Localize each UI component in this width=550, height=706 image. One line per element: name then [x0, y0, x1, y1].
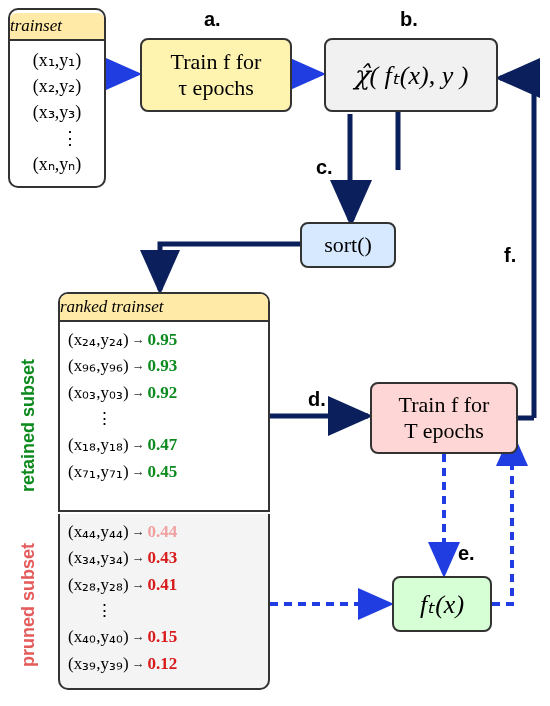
trainset-row: (xₙ,yₙ)	[33, 151, 82, 177]
trainset-row: ⋮	[33, 125, 82, 151]
train-tau-box: Train f for τ epochs	[140, 38, 292, 112]
ranked-row: (x₉₆,y₉₆)→0.93	[68, 353, 260, 379]
step-a-label: a.	[204, 8, 221, 31]
train-tau-line1: Train f for	[171, 49, 262, 74]
arrow-icon: →	[132, 549, 145, 569]
train-tau-line2: τ epochs	[178, 75, 253, 100]
trainset-box: trainset (x₁,y₁) (x₂,y₂) (x₃,y₃) ⋮ (xₙ,y…	[8, 8, 106, 188]
arrow-icon: →	[132, 384, 145, 404]
arrow-icon: →	[132, 523, 145, 543]
train-T-box: Train f for T epochs	[370, 382, 518, 454]
ranked-header: ranked trainset	[60, 294, 268, 322]
ranked-row: (x₄₀,y₄₀)→0.15	[68, 624, 260, 650]
ranked-row: (x₁₈,y₁₈)→0.47	[68, 432, 260, 458]
ranked-retained-box: ranked trainset (x₂₄,y₂₄)→0.95 (x₉₆,y₉₆)…	[58, 292, 270, 512]
arrow-icon: →	[132, 655, 145, 675]
step-f-label: f.	[504, 244, 516, 267]
trainset-row: (x₃,y₃)	[33, 99, 82, 125]
ranked-row-dots: ⋮	[68, 406, 260, 432]
arrow-icon: →	[132, 628, 145, 648]
arrow-icon: →	[132, 357, 145, 377]
step-d-label: d.	[308, 388, 326, 411]
arrow-icon: →	[132, 331, 145, 351]
trainset-row: (x₁,y₁)	[33, 47, 82, 73]
arrow-icon: →	[132, 436, 145, 456]
ft-box: fₜ(x)	[392, 576, 492, 632]
arrow-icon: →	[132, 463, 145, 483]
trainset-row: (x₂,y₂)	[33, 73, 82, 99]
ranked-row: (x₂₈,y₂₈)→0.41	[68, 572, 260, 598]
ranked-row: (x₃₄,y₃₄)→0.43	[68, 545, 260, 571]
arrow-icon: →	[132, 576, 145, 596]
step-e-label: e.	[458, 542, 475, 565]
train-T-line2: T epochs	[404, 418, 484, 443]
ranked-row: (x₃₉,y₃₉)→0.12	[68, 651, 260, 677]
pruned-subset-label: pruned subset	[18, 530, 39, 680]
train-T-line1: Train f for	[399, 392, 490, 417]
step-c-label: c.	[316, 156, 333, 179]
chi-box: χ̂( fₜ(x), y )	[324, 38, 498, 112]
retained-subset-label: retained subset	[18, 340, 39, 510]
chi-expr: χ̂( fₜ(x), y )	[354, 60, 469, 91]
ranked-row: (x₂₄,y₂₄)→0.95	[68, 327, 260, 353]
trainset-body: (x₁,y₁) (x₂,y₂) (x₃,y₃) ⋮ (xₙ,yₙ)	[27, 41, 88, 183]
sort-label: sort()	[324, 232, 372, 258]
sort-box: sort()	[300, 222, 396, 268]
ranked-row: (x₄₄,y₄₄)→0.44	[68, 519, 260, 545]
step-b-label: b.	[400, 8, 418, 31]
ranked-row: (x₇₁,y₇₁)→0.45	[68, 459, 260, 485]
ranked-row: (x₀₃,y₀₃)→0.92	[68, 380, 260, 406]
ranked-pruned-body: (x₄₄,y₄₄)→0.44 (x₃₄,y₃₄)→0.43 (x₂₈,y₂₈)→…	[60, 514, 268, 682]
ranked-pruned-box: (x₄₄,y₄₄)→0.44 (x₃₄,y₃₄)→0.43 (x₂₈,y₂₈)→…	[58, 514, 270, 690]
svg-line-5	[350, 112, 398, 220]
ranked-retained-body: (x₂₄,y₂₄)→0.95 (x₉₆,y₉₆)→0.93 (x₀₃,y₀₃)→…	[60, 322, 268, 490]
trainset-header: trainset	[10, 13, 104, 41]
ranked-row-dots: ⋮	[68, 598, 260, 624]
ft-expr: fₜ(x)	[420, 589, 464, 620]
